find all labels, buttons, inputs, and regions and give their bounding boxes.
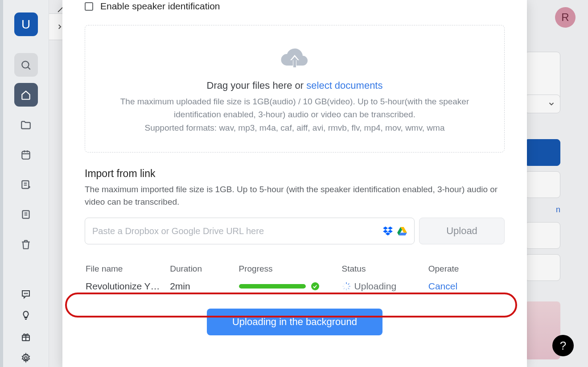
- speaker-id-label: Enable speaker identification: [100, 1, 220, 12]
- home-icon: [20, 89, 32, 101]
- svg-rect-23: [349, 286, 350, 287]
- import-url-input[interactable]: [92, 226, 383, 236]
- upload-modal: Enable speaker identification Drag your …: [62, 0, 527, 367]
- cell-filename: Revolutionize Y…: [86, 281, 170, 292]
- nav-calendar[interactable]: [14, 143, 38, 166]
- nav-notes[interactable]: [14, 202, 38, 226]
- nav-folder[interactable]: [14, 113, 38, 136]
- dropzone-note-1: The maximum uploaded file size is 1GB(au…: [96, 95, 493, 121]
- svg-rect-27: [342, 286, 344, 287]
- svg-rect-22: [347, 283, 349, 285]
- svg-point-16: [27, 293, 28, 294]
- cell-progress: [239, 282, 342, 290]
- svg-rect-21: [346, 282, 347, 284]
- nav-gift[interactable]: [17, 328, 35, 346]
- select-documents-link[interactable]: select documents: [306, 80, 382, 91]
- dropzone-note-2: Supported formats: wav, mp3, m4a, caf, a…: [96, 121, 493, 134]
- svg-rect-2: [22, 151, 29, 159]
- cell-operate: Cancel: [428, 281, 504, 292]
- speaker-id-checkbox[interactable]: [85, 2, 93, 11]
- trash-icon: [20, 239, 32, 250]
- svg-line-1: [28, 67, 30, 69]
- svg-rect-28: [343, 283, 345, 285]
- nav-idea[interactable]: [17, 306, 35, 324]
- upload-table: File name Duration Progress Status Opera…: [85, 264, 505, 292]
- cell-status: Uploading: [342, 281, 428, 292]
- nav-chat[interactable]: [17, 285, 35, 303]
- url-input-wrapper: [85, 218, 415, 244]
- svg-point-15: [26, 293, 26, 294]
- import-note: The maximum imported file size is 1GB. U…: [85, 183, 505, 208]
- bulb-icon: [21, 310, 31, 321]
- svg-point-0: [22, 61, 29, 68]
- app-logo[interactable]: U: [14, 12, 38, 36]
- check-icon: [311, 282, 319, 290]
- status-text: Uploading: [354, 281, 397, 292]
- gear-icon: [21, 353, 31, 363]
- svg-rect-24: [347, 288, 349, 289]
- svg-point-14: [25, 293, 25, 294]
- nav-settings[interactable]: [17, 349, 35, 367]
- nav-search[interactable]: [14, 53, 38, 77]
- folder-icon: [20, 119, 32, 131]
- cancel-link[interactable]: Cancel: [428, 281, 457, 291]
- progress-bar: [239, 284, 306, 289]
- gift-icon: [21, 331, 31, 342]
- transcribe-icon: [20, 179, 32, 190]
- import-heading: Import from link: [85, 168, 505, 180]
- cell-duration: 2min: [170, 281, 238, 292]
- spinner-icon: [342, 282, 351, 291]
- upload-background-button[interactable]: Uploading in the background: [207, 309, 382, 335]
- dropzone-text: Drag your files here or: [207, 80, 307, 91]
- dropzone[interactable]: Drag your files here or select documents…: [85, 25, 505, 153]
- col-header-progress: Progress: [239, 264, 342, 274]
- search-icon: [20, 59, 32, 71]
- col-header-operate: Operate: [428, 264, 504, 274]
- col-header-name: File name: [86, 264, 170, 274]
- col-header-status: Status: [342, 264, 428, 274]
- cloud-upload-icon: [280, 45, 309, 69]
- google-drive-icon[interactable]: [397, 227, 407, 235]
- svg-rect-25: [346, 289, 347, 290]
- left-sidebar: U: [0, 0, 49, 367]
- svg-point-20: [25, 357, 27, 359]
- table-row: Revolutionize Y… 2min Uploading Cancel: [85, 281, 505, 292]
- chat-icon: [21, 289, 31, 299]
- nav-trash[interactable]: [14, 232, 38, 256]
- dropbox-icon[interactable]: [383, 227, 393, 235]
- calendar-icon: [20, 149, 32, 161]
- col-header-duration: Duration: [170, 264, 238, 274]
- svg-rect-26: [343, 288, 345, 289]
- upload-url-button[interactable]: Upload: [419, 218, 505, 244]
- notes-icon: [20, 209, 32, 220]
- nav-transcribe[interactable]: [14, 173, 38, 196]
- nav-home[interactable]: [14, 83, 38, 107]
